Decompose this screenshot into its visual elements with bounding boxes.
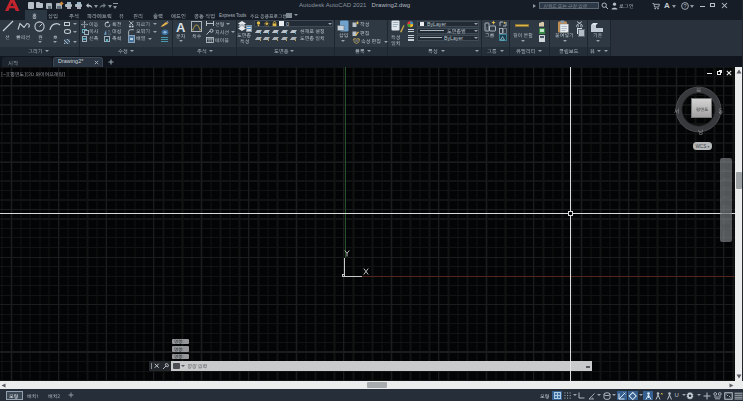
svg-text:[: [ (486, 26, 488, 31)
svg-text:?: ? (683, 3, 686, 9)
